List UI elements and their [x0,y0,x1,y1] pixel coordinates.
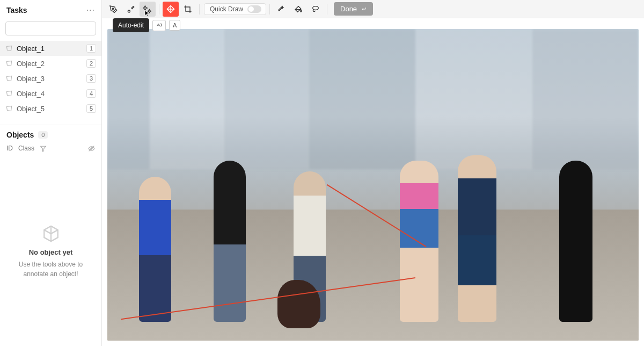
move-tool-button[interactable] [163,2,179,17]
task-label: Object_4 [17,90,45,98]
done-label: Done [340,5,357,13]
col-id[interactable]: ID [6,145,13,152]
visibility-icon[interactable] [88,145,95,152]
task-row[interactable]: Object_1 1 [0,41,101,56]
tasks-title: Tasks [6,6,27,15]
task-badge: 5 [86,104,96,113]
search-input[interactable] [13,25,94,32]
quick-draw-toggle[interactable]: Quick Draw [204,3,266,15]
tooltip-label: Auto-edit [113,18,149,32]
task-row[interactable]: Object_3 3 [0,71,101,86]
task-badge: 4 [86,89,96,98]
task-row[interactable]: Object_2 2 [0,56,101,71]
svg-marker-4 [6,76,11,81]
svg-point-11 [313,6,319,10]
tooltip-key-icon [152,20,166,31]
empty-state: No object yet Use the tools above to ann… [0,157,101,346]
task-list: Object_1 1 Object_2 2 Object_3 3 [0,41,101,116]
tasks-more-icon[interactable]: ··· [86,5,95,15]
filter-icon[interactable] [40,145,47,152]
tooltip-key: A [169,20,180,31]
svg-marker-6 [6,106,11,111]
done-button[interactable]: Done [334,2,373,16]
toolbar-separator [269,4,270,15]
lasso-tool-button[interactable] [308,2,324,17]
task-label: Object_1 [17,45,45,53]
toolbar: Quick Draw Done Auto-edit [102,0,644,18]
objects-header: Objects 0 [0,125,101,142]
objects-columns: ID Class [0,142,101,157]
objects-section: Objects 0 ID Class [0,125,101,157]
brush-tool-button[interactable] [122,2,138,17]
quick-draw-label: Quick Draw [210,5,243,13]
toolbar-separator [199,4,200,15]
col-class[interactable]: Class [18,145,34,152]
task-label: Object_2 [17,60,45,68]
task-label: Object_3 [17,75,45,83]
tooltip: Auto-edit A [113,18,180,32]
task-badge: 2 [86,59,96,68]
toolbar-separator [327,4,327,15]
canvas[interactable] [102,18,644,346]
polygon-icon [5,60,13,67]
polygon-icon [5,90,13,97]
objects-count: 0 [38,131,48,139]
polygon-icon [5,105,13,112]
main: Quick Draw Done Auto-edit [102,0,644,346]
task-row[interactable]: Object_5 5 [0,101,101,116]
task-badge: 3 [86,74,96,83]
empty-cube-icon [42,225,60,243]
toggle-switch[interactable] [247,5,261,13]
toolbar-separator [159,4,159,15]
tasks-header: Tasks ··· [0,0,101,19]
enter-icon [360,6,367,12]
task-label: Object_5 [17,105,45,113]
svg-marker-3 [6,61,11,66]
svg-marker-5 [6,91,11,96]
polygon-icon [5,75,13,82]
empty-subtitle: Use the tools above to annotate an objec… [11,260,91,279]
task-row[interactable]: Object_4 4 [0,86,101,101]
pen-tool-button[interactable] [105,2,121,17]
crop-tool-button[interactable] [180,2,196,17]
polygon-icon [5,45,13,52]
magic-wand-button[interactable] [273,2,289,17]
sidebar: Tasks ··· Object_1 1 Object_2 2 [0,0,102,346]
svg-marker-7 [41,146,46,152]
image-placeholder [107,29,639,341]
search-input-wrap[interactable] [5,21,96,35]
objects-title: Objects [6,131,34,139]
auto-edit-tool-button[interactable] [140,2,156,17]
fill-tool-button[interactable] [290,2,306,17]
task-badge: 1 [86,44,96,53]
empty-title: No object yet [29,248,73,256]
svg-marker-2 [6,46,11,51]
svg-point-10 [112,8,114,10]
